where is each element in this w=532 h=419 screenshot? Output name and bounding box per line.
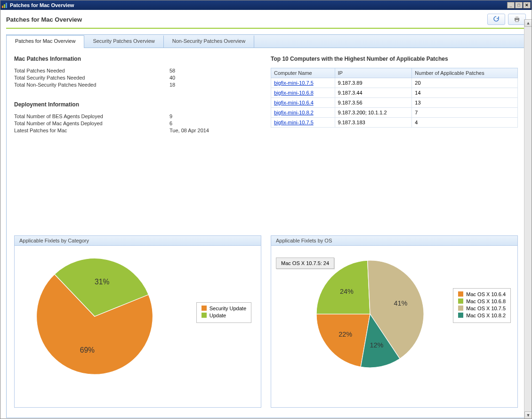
- svg-rect-5: [516, 20, 518, 22]
- col-header-name[interactable]: Computer Name: [271, 68, 335, 78]
- window-close-button[interactable]: ✕: [523, 2, 531, 8]
- top-computers-table: Computer Name IP Number of Applicable Pa…: [271, 68, 518, 128]
- kv-label: Total Number of Mac Agents Deployed: [14, 121, 169, 126]
- pie-slice-label: 41%: [394, 299, 408, 307]
- legend-swatch: [458, 306, 463, 311]
- kv-label: Total Security Patches Needed: [14, 75, 169, 81]
- deployment-info-title: Deployment Information: [14, 101, 261, 108]
- tab-security-patches[interactable]: Security Patches Overview: [84, 35, 163, 48]
- legend-item: Mac OS X 10.6.8: [458, 298, 506, 304]
- cell-count: 14: [412, 88, 518, 98]
- svg-rect-0: [2, 6, 3, 8]
- svg-rect-2: [6, 3, 7, 8]
- kv-row: Total Security Patches Needed40: [14, 75, 261, 81]
- cell-ip: 9.187.3.44: [335, 88, 412, 98]
- refresh-button[interactable]: [487, 14, 505, 25]
- kv-label: Total Patches Needed: [14, 68, 169, 73]
- table-row: bigfix-mini-10.8.29.187.3.200; 10.1.1.27: [271, 108, 518, 118]
- top-computers-title: Top 10 Computers with the Highest Number…: [271, 56, 518, 62]
- tab-non-security-patches[interactable]: Non-Security Patches Overview: [164, 35, 254, 48]
- toolbar: [487, 14, 526, 25]
- legend-item: Security Update: [202, 306, 246, 311]
- page-title: Patches for Mac Overview: [6, 16, 487, 23]
- legend-item: Mac OS X 10.6.4: [458, 291, 506, 297]
- col-header-ip[interactable]: IP: [335, 68, 412, 78]
- kv-label: Latest Patches for Mac: [14, 128, 169, 133]
- print-button[interactable]: [508, 14, 526, 25]
- legend-label: Mac OS X 10.8.2: [466, 313, 506, 318]
- svg-rect-4: [516, 16, 518, 18]
- kv-row: Total Patches Needed58: [14, 68, 261, 73]
- scroll-up-button[interactable]: ▲: [524, 19, 532, 27]
- kv-value: 18: [169, 82, 175, 88]
- tabs: Patches for Mac Overview Security Patche…: [7, 35, 525, 48]
- computer-link[interactable]: bigfix-mini-10.8.2: [274, 110, 314, 115]
- pie-chart-os: 22%24%41%12%: [314, 258, 427, 371]
- kv-label: Total Number of BES Agents Deployed: [14, 113, 169, 119]
- titlebar: Patches for Mac Overview _ □ ✕: [0, 0, 532, 10]
- legend-label: Mac OS X 10.7.5: [466, 306, 506, 311]
- cell-ip: 9.187.3.183: [335, 118, 412, 128]
- computer-link[interactable]: bigfix-mini-10.6.4: [274, 100, 314, 105]
- pie-slice-label: 69%: [80, 346, 95, 354]
- computer-link[interactable]: bigfix-mini-10.7.5: [274, 80, 314, 86]
- tab-patches-overview[interactable]: Patches for Mac Overview: [6, 35, 84, 48]
- cell-ip: 9.187.3.89: [335, 78, 412, 88]
- app-icon: [1, 2, 8, 8]
- cell-count: 13: [412, 98, 518, 108]
- window-title: Patches for Mac Overview: [10, 2, 507, 8]
- col-header-count[interactable]: Number of Applicable Patches: [412, 68, 518, 78]
- kv-row: Latest Patches for MacTue, 08 Apr 2014: [14, 128, 261, 133]
- legend-label: Security Update: [210, 306, 246, 311]
- kv-value: Tue, 08 Apr 2014: [169, 128, 209, 133]
- kv-row: Total Number of Mac Agents Deployed6: [14, 121, 261, 126]
- legend-label: Update: [210, 313, 226, 318]
- table-row: bigfix-mini-10.7.59.187.3.1834: [271, 118, 518, 128]
- cell-ip: 9.187.3.56: [335, 98, 412, 108]
- legend-swatch: [458, 298, 463, 304]
- kv-label: Total Non-Security Patches Needed: [14, 82, 169, 88]
- cell-count: 4: [412, 118, 518, 128]
- kv-value: 40: [169, 75, 175, 81]
- scroll-down-button[interactable]: ▼: [524, 411, 532, 419]
- window-maximize-button[interactable]: □: [515, 2, 523, 8]
- pie-slice-label: 24%: [340, 287, 354, 295]
- patches-info-title: Mac Patches Information: [14, 56, 261, 62]
- window-minimize-button[interactable]: _: [507, 2, 515, 8]
- computer-link[interactable]: bigfix-mini-10.7.5: [274, 120, 314, 125]
- kv-value: 9: [169, 113, 172, 119]
- kv-row: Total Number of BES Agents Deployed9: [14, 113, 261, 119]
- cell-ip: 9.187.3.200; 10.1.1.2: [335, 108, 412, 118]
- pie-slice-label: 12%: [370, 341, 384, 348]
- cell-count: 7: [412, 108, 518, 118]
- legend-item: Mac OS X 10.7.5: [458, 306, 506, 311]
- chart-category-panel: Applicable Fixlets by Category 69%31% Se…: [14, 235, 261, 408]
- table-row: bigfix-mini-10.7.59.187.3.8920: [271, 78, 518, 88]
- table-row: bigfix-mini-10.6.49.187.3.5613: [271, 98, 518, 108]
- legend-swatch: [458, 291, 463, 297]
- legend-item: Update: [202, 313, 246, 318]
- legend-swatch: [202, 306, 207, 311]
- computer-link[interactable]: bigfix-mini-10.6.8: [274, 90, 314, 96]
- refresh-icon: [492, 15, 500, 24]
- legend-swatch: [202, 313, 207, 318]
- svg-rect-1: [4, 4, 5, 8]
- header-divider: [6, 28, 526, 29]
- chart-os-title: Applicable Fixlets by OS: [271, 236, 517, 246]
- cell-count: 20: [412, 78, 518, 88]
- legend-label: Mac OS X 10.6.4: [466, 291, 506, 297]
- kv-value: 6: [169, 121, 172, 126]
- legend-category: Security UpdateUpdate: [196, 302, 251, 323]
- kv-row: Total Non-Security Patches Needed18: [14, 82, 261, 88]
- pie-slice-label: 31%: [95, 277, 109, 285]
- vertical-scrollbar[interactable]: ▲ ▼: [524, 19, 532, 419]
- legend-item: Mac OS X 10.8.2: [458, 313, 506, 318]
- chart-category-title: Applicable Fixlets by Category: [15, 236, 261, 246]
- chart-os-panel: Applicable Fixlets by OS Mac OS X 10.7.5…: [271, 235, 518, 408]
- legend-os: Mac OS X 10.6.4Mac OS X 10.6.8Mac OS X 1…: [453, 288, 511, 323]
- kv-value: 58: [169, 68, 175, 73]
- pie-slice-label: 22%: [339, 330, 352, 338]
- legend-swatch: [458, 313, 463, 318]
- table-row: bigfix-mini-10.6.89.187.3.4414: [271, 88, 518, 98]
- pie-chart-category: 69%31%: [33, 255, 156, 378]
